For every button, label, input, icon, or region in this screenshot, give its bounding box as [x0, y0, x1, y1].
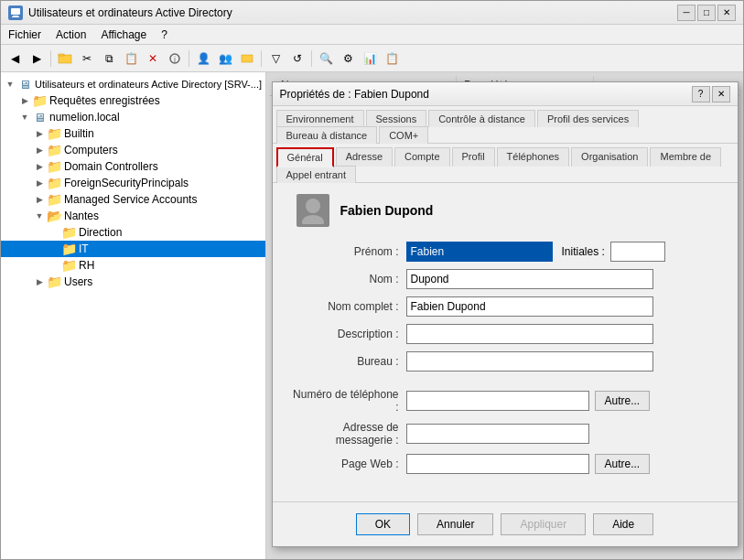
folder-up-button[interactable] — [55, 48, 75, 69]
nom-label: Nom : — [287, 273, 406, 285]
tabs-row-1: Environnement Sessions Contrôle à distan… — [273, 106, 738, 144]
tree-item-rh[interactable]: 📁 RH — [1, 257, 265, 274]
tab-environnement[interactable]: Environnement — [276, 110, 364, 127]
extra-btn-3[interactable]: 📊 — [360, 48, 380, 69]
extra-btn-2[interactable]: ⚙ — [338, 48, 358, 69]
telephone-input[interactable] — [406, 391, 589, 411]
prenom-label: Prénom : — [287, 245, 406, 258]
email-input[interactable] — [406, 424, 589, 444]
app-icon — [8, 5, 23, 20]
back-button[interactable]: ◀ — [5, 48, 25, 69]
dialog-close-button[interactable]: ✕ — [712, 86, 730, 102]
tree-item-computers[interactable]: ▶ 📁 Computers — [1, 142, 265, 158]
menu-aide[interactable]: ? — [154, 27, 175, 42]
extra-btn-1[interactable]: 🔍 — [316, 48, 336, 69]
web-input[interactable] — [406, 454, 589, 474]
svg-rect-4 — [59, 54, 64, 56]
expand-computers: ▶ — [32, 143, 47, 157]
tab-adresse[interactable]: Adresse — [336, 147, 393, 167]
new-ou-button[interactable] — [237, 48, 257, 69]
separator-3 — [261, 50, 262, 67]
dialog-help-button[interactable]: ? — [692, 86, 710, 102]
expand-managed: ▶ — [32, 192, 47, 207]
refresh-button[interactable]: ↺ — [287, 48, 307, 69]
ok-button[interactable]: OK — [356, 513, 410, 535]
tree-item-saved-queries[interactable]: ▶ 📁 Requêtes enregistrées — [1, 92, 265, 109]
svg-text:i: i — [174, 55, 176, 64]
autre-web-button[interactable]: Autre... — [595, 454, 651, 474]
tree-item-managed[interactable]: ▶ 📁 Managed Service Accounts — [1, 191, 265, 208]
prenom-input[interactable] — [406, 242, 553, 262]
initiales-label: Initiales : — [562, 245, 605, 258]
tab-sessions[interactable]: Sessions — [366, 110, 427, 127]
nom-complet-row: Nom complet : — [287, 296, 723, 317]
forward-button[interactable]: ▶ — [27, 48, 47, 69]
svg-point-9 — [302, 215, 324, 224]
tree-item-builtin[interactable]: ▶ 📁 Builtin — [1, 125, 265, 142]
nom-input[interactable] — [406, 269, 653, 289]
close-button[interactable]: ✕ — [717, 5, 736, 21]
properties-dialog: Propriétés de : Fabien Dupond ? ✕ Enviro… — [272, 81, 739, 547]
tree-item-users[interactable]: ▶ 📁 Users — [1, 274, 265, 290]
tree-label-direction: Direction — [79, 226, 122, 239]
menu-affichage[interactable]: Affichage — [93, 27, 154, 42]
menu-action[interactable]: Action — [49, 27, 93, 42]
folder-builtin-icon: 📁 — [47, 126, 61, 141]
nom-complet-input[interactable] — [406, 296, 653, 317]
tab-bureau[interactable]: Bureau à distance — [276, 126, 378, 144]
tab-general[interactable]: Général — [276, 147, 334, 167]
tree-item-root[interactable]: ▼ 🖥 Utilisateurs et ordinateurs Active D… — [1, 76, 265, 92]
telephone-row: Numéro de téléphone : Autre... — [287, 388, 723, 414]
domain-numelion-icon: 🖥 — [32, 110, 47, 124]
folder-it-icon: 📁 — [61, 242, 76, 256]
folder-foreign-icon: 📁 — [47, 176, 61, 190]
right-panel: Nom Propriétés... Propriétés de : Fabien… — [266, 72, 743, 559]
email-row: Adresse de messagerie : — [287, 421, 723, 447]
bureau-input[interactable] — [406, 351, 653, 372]
scissors-button[interactable]: ✂ — [77, 48, 97, 69]
tree-item-foreign[interactable]: ▶ 📁 ForeignSecurityPrincipals — [1, 175, 265, 191]
user-header: Fabien Dupond — [287, 194, 723, 227]
tree-item-direction[interactable]: 📁 Direction — [1, 224, 265, 241]
tab-membre[interactable]: Membre de — [650, 147, 721, 167]
delete-button[interactable]: ✕ — [143, 48, 163, 69]
copy-button[interactable]: ⧉ — [99, 48, 119, 69]
tab-appel[interactable]: Appel entrant — [276, 166, 356, 183]
tree-item-it[interactable]: 📁 IT — [1, 241, 265, 257]
web-label: Page Web : — [287, 458, 406, 470]
tab-organisation[interactable]: Organisation — [571, 147, 648, 167]
tab-telephones[interactable]: Téléphones — [497, 147, 570, 167]
extra-btn-4[interactable]: 📋 — [382, 48, 402, 69]
description-label: Description : — [287, 328, 406, 340]
tree-label-nantes: Nantes — [64, 210, 99, 222]
new-group-button[interactable]: 👥 — [215, 48, 235, 69]
expand-dc: ▶ — [32, 159, 47, 174]
tab-profil[interactable]: Profil — [452, 147, 495, 167]
appliquer-button[interactable]: Appliquer — [501, 513, 586, 535]
nom-row: Nom : — [287, 269, 723, 289]
minimize-button[interactable]: ─ — [677, 5, 695, 21]
telephone-label: Numéro de téléphone : — [287, 388, 406, 414]
annuler-button[interactable]: Annuler — [417, 513, 493, 535]
tab-com[interactable]: COM+ — [379, 126, 428, 144]
tab-controle[interactable]: Contrôle à distance — [428, 110, 535, 127]
tree-label-rh: RH — [79, 259, 94, 272]
paste-button[interactable]: 📋 — [121, 48, 141, 69]
filter-button[interactable]: ▽ — [265, 48, 286, 69]
tab-profil-services[interactable]: Profil des services — [537, 110, 639, 127]
new-user-button[interactable]: 👤 — [193, 48, 213, 69]
description-input[interactable] — [406, 324, 653, 344]
menu-fichier[interactable]: Fichier — [1, 27, 49, 42]
tree-item-nantes[interactable]: ▼ 📂 Nantes — [1, 208, 265, 224]
tree-item-numelion[interactable]: ▼ 🖥 numelion.local — [1, 109, 265, 125]
tree-item-dc[interactable]: ▶ 📁 Domain Controllers — [1, 158, 265, 175]
expand-foreign: ▶ — [32, 176, 47, 190]
initiales-input[interactable] — [610, 242, 665, 262]
properties-button[interactable]: i — [165, 48, 185, 69]
domain-icon: 🖥 — [17, 77, 32, 92]
tab-compte[interactable]: Compte — [394, 147, 450, 167]
autre-telephone-button[interactable]: Autre... — [595, 391, 651, 411]
aide-button[interactable]: Aide — [593, 513, 653, 535]
maximize-button[interactable]: □ — [697, 5, 716, 21]
dialog-content: Fabien Dupond Prénom : Initiales : Nom : — [273, 183, 738, 492]
